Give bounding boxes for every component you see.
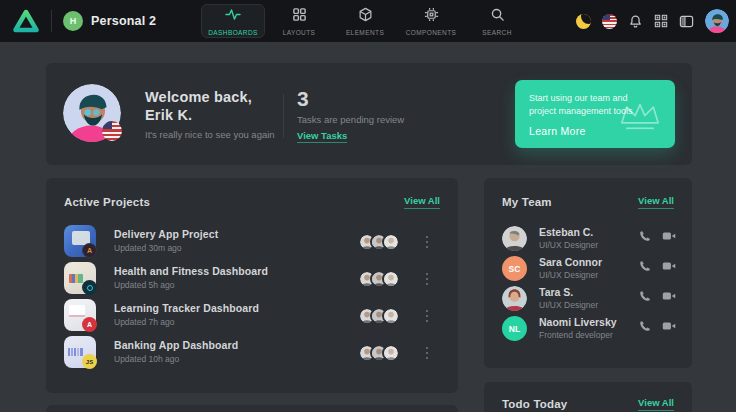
nav-item-label: ELEMENTS — [346, 29, 384, 36]
dark-mode-moon-icon[interactable] — [576, 14, 591, 29]
welcome-title: Welcome back, Erik K. — [145, 88, 275, 124]
search-icon — [490, 7, 505, 26]
nav-item-layouts[interactable]: LAYOUTS — [267, 4, 331, 38]
todo-today-title: Todo Today — [502, 398, 567, 410]
nav-item-label: LAYOUTS — [283, 29, 316, 36]
project-name: Banking App Dashboard — [114, 339, 238, 351]
notifications-bell-icon[interactable] — [628, 14, 643, 29]
grid-layout-icon — [292, 7, 307, 26]
project-tech-badge-icon: A — [82, 243, 97, 258]
nav-item-dashboards[interactable]: DASHBOARDS — [201, 4, 265, 38]
primary-nav: DASHBOARDS LAYOUTS ELEMENTS COMPONENTS — [201, 0, 529, 42]
pending-tasks-label: Tasks are pending review — [297, 114, 404, 125]
cpu-chip-icon — [424, 7, 439, 26]
welcome-card: Welcome back, Erik K. It's really nice t… — [46, 63, 692, 165]
project-updated: Updated 7h ago — [114, 317, 259, 327]
activity-icon — [225, 6, 241, 26]
member-role: UI/UX Designer — [539, 240, 598, 250]
member-role: Frontend developer — [539, 330, 617, 340]
member-role: UI/UX Designer — [539, 300, 598, 310]
member-name: Sara Connor — [539, 256, 602, 268]
project-name: Learning Tracker Dashboard — [114, 302, 259, 314]
nav-utilities — [576, 0, 729, 42]
my-team-view-all-link[interactable]: View All — [638, 195, 674, 209]
project-updated: Updated 30m ago — [114, 243, 218, 253]
nav-item-label: COMPONENTS — [406, 29, 457, 36]
project-menu-kebab-icon[interactable] — [420, 269, 434, 289]
project-list: A Delivery App Project Updated 30m ago H… — [46, 224, 458, 372]
video-call-icon[interactable] — [662, 320, 676, 332]
pending-tasks-count: 3 — [297, 87, 404, 111]
app-root: H Personal 2 DASHBOARDS LAYOUTS ELEME — [0, 0, 736, 412]
language-flag-icon[interactable] — [602, 14, 617, 29]
video-call-icon[interactable] — [662, 260, 676, 272]
member-avatar: NL — [502, 316, 527, 341]
package-box-icon — [358, 7, 373, 26]
project-row[interactable]: A Delivery App Project Updated 30m ago — [62, 224, 442, 261]
nav-item-label: DASHBOARDS — [208, 29, 258, 36]
project-members-avatars — [358, 233, 400, 251]
crown-icon — [617, 100, 663, 140]
project-tech-badge-icon: A — [82, 317, 97, 332]
pending-tasks-stat: 3 Tasks are pending review View Tasks — [297, 87, 404, 143]
welcome-subtitle: It's really nice to see you again — [145, 129, 275, 140]
project-menu-kebab-icon[interactable] — [420, 343, 434, 363]
welcome-flag-badge — [102, 121, 122, 141]
project-menu-kebab-icon[interactable] — [420, 232, 434, 252]
member-avatar: SC — [502, 256, 527, 281]
member-name: Esteban C. — [539, 226, 598, 238]
project-tech-badge-icon — [82, 280, 97, 295]
nav-item-label: SEARCH — [482, 29, 512, 36]
member-name: Tara S. — [539, 286, 598, 298]
team-member-row[interactable]: Esteban C. UI/UX Designer — [502, 224, 676, 254]
welcome-text: Welcome back, Erik K. It's really nice t… — [145, 88, 275, 140]
my-team-title: My Team — [502, 196, 552, 208]
view-tasks-link[interactable]: View Tasks — [297, 130, 347, 143]
project-row[interactable]: JS Banking App Dashboard Updated 10h ago — [62, 335, 442, 372]
team-member-row[interactable]: SC Sara Connor UI/UX Designer — [502, 254, 676, 284]
app-logo-icon[interactable] — [13, 9, 39, 33]
my-team-card: My Team View All Esteban C. UI/UX Design… — [484, 178, 692, 368]
project-updated: Updated 5h ago — [114, 280, 268, 290]
video-call-icon[interactable] — [662, 290, 676, 302]
member-avatar — [502, 226, 527, 251]
project-name: Health and Fitness Dashboard — [114, 265, 268, 277]
workspace-name: Personal 2 — [91, 14, 156, 28]
project-updated: Updated 10h ago — [114, 354, 238, 364]
call-phone-icon[interactable] — [639, 260, 651, 272]
sidebar-toggle-icon[interactable] — [679, 14, 694, 29]
project-name: Delivery App Project — [114, 228, 218, 240]
nav-item-components[interactable]: COMPONENTS — [399, 4, 463, 38]
todo-today-view-all-link[interactable]: View All — [638, 397, 674, 411]
nav-item-search[interactable]: SEARCH — [465, 4, 529, 38]
member-avatar — [502, 286, 527, 311]
nav-item-elements[interactable]: ELEMENTS — [333, 4, 397, 38]
call-phone-icon[interactable] — [639, 230, 651, 242]
user-avatar[interactable] — [705, 9, 729, 33]
apps-grid-icon[interactable] — [654, 14, 668, 28]
active-projects-view-all-link[interactable]: View All — [404, 195, 440, 209]
project-members-avatars — [358, 344, 400, 362]
divider — [283, 94, 284, 138]
next-section-card — [46, 405, 458, 412]
project-members-avatars — [358, 270, 400, 288]
active-projects-title: Active Projects — [64, 196, 150, 208]
top-nav: H Personal 2 DASHBOARDS LAYOUTS ELEME — [0, 0, 736, 42]
team-list: Esteban C. UI/UX Designer SC Sara Connor… — [484, 224, 692, 344]
member-role: UI/UX Designer — [539, 270, 602, 280]
call-phone-icon[interactable] — [639, 320, 651, 332]
team-member-row[interactable]: Tara S. UI/UX Designer — [502, 284, 676, 314]
workspace-switcher[interactable]: H Personal 2 — [63, 11, 156, 31]
workspace-avatar: H — [63, 11, 83, 31]
team-member-row[interactable]: NL Naomi Liversky Frontend developer — [502, 314, 676, 344]
todo-today-card: Todo Today View All — [484, 382, 692, 412]
divider — [51, 10, 52, 32]
call-phone-icon[interactable] — [639, 290, 651, 302]
project-tech-badge-icon: JS — [82, 354, 97, 369]
project-row[interactable]: Health and Fitness Dashboard Updated 5h … — [62, 261, 442, 298]
project-row[interactable]: A Learning Tracker Dashboard Updated 7h … — [62, 298, 442, 335]
learn-more-link[interactable]: Learn More — [529, 125, 586, 137]
video-call-icon[interactable] — [662, 230, 676, 242]
project-menu-kebab-icon[interactable] — [420, 306, 434, 326]
active-projects-card: Active Projects View All A Delivery App … — [46, 178, 458, 393]
